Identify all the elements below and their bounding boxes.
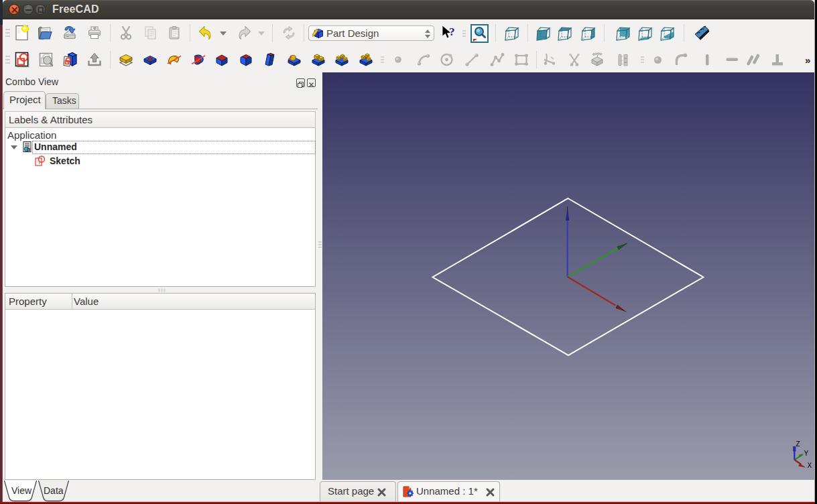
svg-text:Z: Z	[796, 440, 800, 448]
svg-text:Y: Y	[804, 450, 809, 457]
svg-text:X: X	[808, 462, 812, 469]
svg-text:?: ?	[449, 25, 455, 38]
